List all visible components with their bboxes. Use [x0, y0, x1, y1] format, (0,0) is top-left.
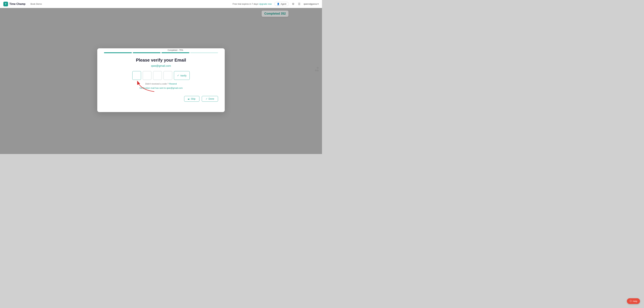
done-button[interactable]: Done: [202, 96, 218, 102]
progress-bar-2: [133, 52, 161, 53]
resend-link[interactable]: Resend: [169, 82, 177, 85]
resend-row: Didn't received a code ? Resend: [145, 82, 177, 85]
logo: T Time Champ: [3, 2, 26, 6]
progress-bar-3: Completed - 75%: [162, 52, 189, 53]
navbar-right: Free trial expires in 7 days Upgrade now…: [232, 2, 319, 6]
progress-label: Completed - 75%: [168, 49, 183, 51]
upgrade-link[interactable]: Upgrade now: [259, 3, 272, 5]
user-menu[interactable]: qwervdgywva ▾: [304, 3, 319, 5]
modal-content: Please verify your Email qwe@gmail.com V…: [97, 56, 225, 92]
agent-button[interactable]: 👤 Agent: [274, 2, 289, 6]
progress-area: Completed - 75%: [97, 48, 225, 56]
progress-bar-4: [190, 52, 218, 53]
skip-icon: [188, 98, 190, 100]
logo-icon: T: [3, 2, 8, 6]
trial-text: Free trial expires in 7 days Upgrade now: [232, 3, 272, 5]
book-demo-link[interactable]: Book Demo: [30, 3, 42, 5]
skip-button[interactable]: Skip: [184, 96, 199, 102]
otp-input-2[interactable]: [143, 71, 152, 80]
email-verify-modal: Completed - 75% Please verify your Email…: [97, 48, 225, 112]
otp-row: Verify: [132, 71, 190, 80]
app-name: Time Champ: [10, 2, 26, 6]
action-buttons-row: Skip Done: [97, 96, 225, 102]
otp-input-1[interactable]: [132, 71, 141, 80]
progress-label-wrapper: Completed - 75%: [104, 52, 218, 53]
progress-bar-1: [104, 52, 132, 53]
verify-button[interactable]: Verify: [174, 71, 190, 80]
otp-input-3[interactable]: [153, 71, 162, 80]
progress-bars-row: Completed - 75%: [104, 52, 218, 53]
otp-input-4[interactable]: [164, 71, 172, 80]
modal-title: Please verify your Email: [136, 58, 186, 63]
verification-sent-message: Verification mail has sent to qwe@gmail.…: [139, 87, 183, 89]
menu-icon[interactable]: ☰: [298, 2, 301, 6]
agent-icon: 👤: [277, 3, 280, 5]
chevron-down-icon: ▾: [318, 3, 319, 5]
modal-email: qwe@gmail.com: [151, 64, 171, 68]
done-check-icon: [206, 98, 208, 100]
settings-icon[interactable]: ⚙: [292, 2, 295, 6]
verify-check-icon: [177, 74, 179, 77]
navbar: T Time Champ Book Demo Free trial expire…: [0, 0, 322, 8]
